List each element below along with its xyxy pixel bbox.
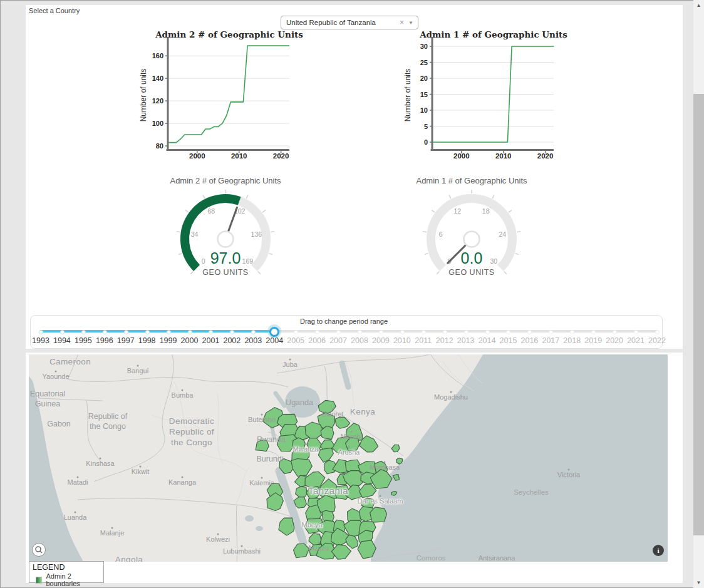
clear-selection-icon[interactable]: ×: [396, 18, 407, 27]
slider-tick-dot[interactable]: [39, 330, 43, 334]
scrollbar-thumb[interactable]: [693, 94, 704, 535]
scroll-down-button[interactable]: ▼: [693, 577, 704, 588]
slider-year-label: 2021: [627, 336, 644, 345]
country-dropdown[interactable]: United Republic of Tanzania × ▼: [281, 16, 418, 29]
svg-text:6: 6: [439, 230, 443, 238]
charts-card: [26, 5, 683, 349]
map-info-button[interactable]: i: [653, 545, 664, 556]
slider-tick-dot[interactable]: [294, 330, 298, 334]
slider-tick-dot[interactable]: [251, 330, 256, 334]
period-range-slider[interactable]: Drag to change period range 199319941995…: [30, 315, 663, 349]
gauge-admin1: 06121824300.0GEO UNITS: [418, 182, 525, 288]
slider-year-label: 1997: [117, 336, 135, 345]
svg-text:169: 169: [242, 257, 254, 265]
slider-year-label: 2015: [500, 336, 517, 345]
slider-tick-dot[interactable]: [145, 330, 150, 334]
slider-tick-dot[interactable]: [634, 330, 638, 334]
slider-tick-dot[interactable]: [167, 330, 171, 334]
slider-year-label: 2018: [563, 336, 581, 345]
svg-text:18: 18: [482, 207, 490, 215]
svg-text:30: 30: [420, 43, 428, 50]
svg-text:24: 24: [499, 230, 507, 238]
slider-tick-dot[interactable]: [103, 330, 107, 334]
svg-text:2010: 2010: [231, 152, 247, 160]
slider-tick-dot[interactable]: [422, 330, 426, 334]
slider-tick-dot[interactable]: [81, 330, 86, 334]
city-dot: [55, 371, 57, 373]
city-dot: [384, 462, 386, 463]
vertical-scrollbar[interactable]: ▲ ▼: [693, 0, 704, 588]
slider-year-label: 1994: [53, 336, 71, 345]
svg-text:2000: 2000: [453, 152, 470, 160]
svg-text:120: 120: [152, 97, 163, 105]
gauge-value: 0.0: [461, 249, 483, 267]
slider-year-label: 2010: [393, 336, 411, 345]
svg-text:140: 140: [152, 75, 163, 82]
map-canvas[interactable]: [29, 354, 668, 562]
gauge-admin2: 0346810213616997.0GEO UNITS: [172, 182, 279, 288]
svg-text:30: 30: [490, 257, 498, 265]
slider-tick-dot[interactable]: [379, 330, 383, 334]
slider-tick-dot[interactable]: [60, 330, 65, 334]
slider-year-label: 1993: [32, 336, 49, 345]
svg-text:12: 12: [453, 207, 461, 215]
slider-tick-dot[interactable]: [613, 330, 617, 334]
svg-text:136: 136: [251, 230, 262, 238]
slider-tick-dot[interactable]: [655, 330, 660, 334]
slider-year-label: 2007: [329, 336, 347, 345]
slider-year-label: 2019: [584, 336, 602, 345]
svg-text:10: 10: [420, 106, 428, 114]
svg-text:34: 34: [191, 230, 199, 238]
slider-tick-dot[interactable]: [591, 330, 596, 334]
slider-tick-dot[interactable]: [209, 330, 213, 334]
city-dot: [568, 469, 570, 471]
slider-tick-dot[interactable]: [400, 330, 405, 334]
slider-year-label: 1996: [96, 336, 113, 345]
slider-year-label: 2000: [181, 336, 199, 345]
slider-year-label: 1999: [160, 336, 177, 345]
slider-tick-dot[interactable]: [230, 330, 234, 334]
city-dot: [380, 495, 381, 497]
gauge-units-label: GEO UNITS: [202, 268, 248, 277]
slider-year-label: 1995: [75, 336, 92, 345]
slider-year-label: 2009: [372, 336, 390, 345]
slider-handle[interactable]: [269, 327, 279, 337]
slider-year-label: 2001: [202, 336, 220, 345]
legend-swatch-admin2: [36, 577, 42, 584]
map[interactable]: CameroonYaoundeBanguiBumbaJubaEquatorial…: [29, 354, 668, 562]
country-dropdown-value: United Republic of Tanzania: [281, 19, 396, 26]
svg-text:0: 0: [202, 257, 205, 265]
scroll-up-button[interactable]: ▲: [693, 0, 704, 11]
slider-year-label: 2006: [308, 336, 326, 345]
magnifier-icon: [33, 544, 45, 556]
svg-text:0: 0: [424, 138, 428, 146]
svg-text:80: 80: [156, 142, 163, 150]
slider-tick-dot[interactable]: [549, 330, 553, 334]
svg-text:5: 5: [424, 123, 428, 130]
select-country-label: Select a Country: [29, 7, 80, 14]
chevron-down-icon[interactable]: ▼: [407, 20, 418, 26]
slider-tick-dot[interactable]: [464, 330, 468, 334]
slider-tick-dot[interactable]: [188, 330, 192, 334]
slider-tick-dot[interactable]: [336, 330, 341, 334]
slider-tick-dot[interactable]: [570, 330, 574, 334]
city-dot: [241, 545, 243, 547]
city-dot: [305, 443, 307, 445]
slider-tick-dot[interactable]: [124, 330, 128, 334]
slider-hint-label: Drag to change period range: [269, 317, 419, 325]
city-dot: [182, 389, 184, 391]
svg-text:68: 68: [207, 207, 215, 215]
svg-text:100: 100: [152, 120, 163, 127]
slider-tick-dot[interactable]: [358, 330, 362, 334]
slider-tick-dot[interactable]: [443, 330, 447, 334]
city-dot: [111, 527, 113, 529]
svg-text:25: 25: [420, 59, 428, 66]
map-locate-button[interactable]: [32, 543, 46, 557]
slider-tick-dot[interactable]: [485, 330, 490, 334]
slider-track-active[interactable]: [39, 330, 274, 333]
city-dot: [450, 391, 452, 393]
slider-tick-dot[interactable]: [527, 330, 532, 334]
slider-tick-dot[interactable]: [315, 330, 319, 334]
legend-item-label: Admin 2 boundaries: [46, 572, 103, 587]
city-dot: [77, 477, 79, 478]
